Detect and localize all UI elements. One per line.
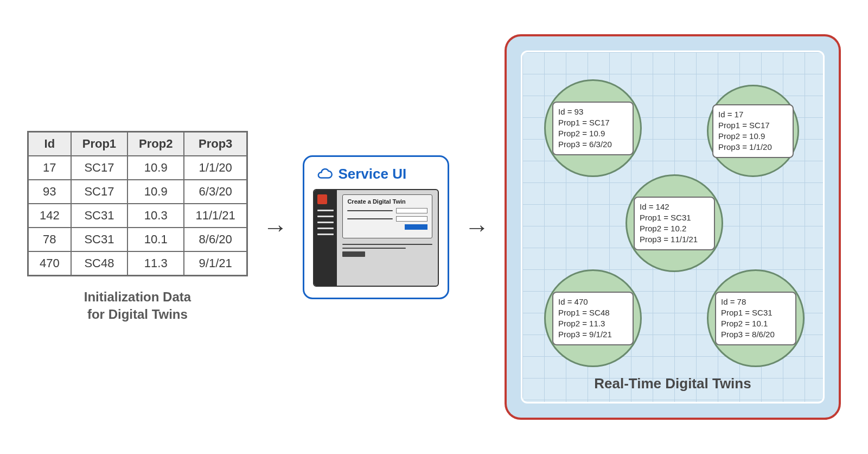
create-twin-panel-title: Create a Digital Twin [347,198,427,205]
app-logo-square [317,194,327,204]
table-cell: SC17 [71,156,127,180]
form-field [396,216,427,222]
table-row: 17SC1710.91/1/20 [28,156,247,180]
table-cell: 17 [28,156,71,180]
digital-twin-node: Id = 78Prop1 = SC31Prop2 = 10.1Prop3 = 8… [707,269,805,367]
form-submit-button [405,224,427,230]
table-cell: 9/1/21 [184,251,247,276]
th-prop1: Prop1 [71,131,127,156]
table-cell: SC17 [71,180,127,204]
table-cell: 142 [28,204,71,228]
th-prop2: Prop2 [127,131,184,156]
digital-twin-card: Id = 78Prop1 = SC31Prop2 = 10.1Prop3 = 8… [715,292,796,345]
form-action-button [342,251,365,257]
service-ui-main: Create a Digital Twin [337,190,438,286]
service-ui-sidebar [314,190,337,286]
service-ui-window: Create a Digital Twin [313,189,439,287]
initialization-table-block: Id Prop1 Prop2 Prop3 17SC1710.91/1/2093S… [27,131,248,324]
table-cell: 10.3 [127,204,184,228]
form-field [396,208,427,213]
table-cell: 11/1/21 [184,204,247,228]
service-ui-card: Service UI Create a Digital Twin [303,155,449,299]
table-cell: SC31 [71,204,127,228]
digital-twin-node: Id = 17Prop1 = SC17Prop2 = 10.9Prop3 = 1… [707,85,799,177]
digital-twin-card: Id = 17Prop1 = SC17Prop2 = 10.9Prop3 = 1… [712,104,794,158]
twins-grid: Real-Time Digital Twins Id = 93Prop1 = S… [521,51,825,403]
service-ui-details [342,244,432,257]
arrow-right-icon: → [464,212,489,242]
digital-twin-card: Id = 470Prop1 = SC48Prop2 = 11.3Prop3 = … [552,292,634,345]
digital-twin-card: Id = 93Prop1 = SC17Prop2 = 10.9Prop3 = 6… [552,102,634,155]
twins-caption: Real-Time Digital Twins [522,375,823,392]
table-cell: 6/3/20 [184,180,247,204]
table-caption-line2: for Digital Twins [84,306,191,323]
table-row: 470SC4811.39/1/21 [28,251,247,276]
table-cell: 8/6/20 [184,228,247,251]
table-row: 142SC3110.311/1/21 [28,204,247,228]
digital-twin-card: Id = 142Prop1 = SC31Prop2 = 10.2Prop3 = … [634,197,715,250]
th-prop3: Prop3 [184,131,247,156]
cloud-icon [316,166,333,182]
table-row: 93SC1710.96/3/20 [28,180,247,204]
initialization-data-table: Id Prop1 Prop2 Prop3 17SC1710.91/1/2093S… [27,131,248,276]
table-header-row: Id Prop1 Prop2 Prop3 [28,131,247,156]
table-cell: 10.1 [127,228,184,251]
table-cell: 10.9 [127,156,184,180]
service-ui-title: Service UI [338,166,406,182]
table-cell: 10.9 [127,180,184,204]
table-cell: 1/1/20 [184,156,247,180]
arrow-right-icon: → [263,212,288,242]
table-cell: 11.3 [127,251,184,276]
table-caption: Initialization Data for Digital Twins [84,288,191,324]
digital-twin-node: Id = 93Prop1 = SC17Prop2 = 10.9Prop3 = 6… [544,79,642,177]
digital-twin-node: Id = 142Prop1 = SC31Prop2 = 10.2Prop3 = … [626,174,723,272]
table-row: 78SC3110.18/6/20 [28,228,247,251]
th-id: Id [28,131,71,156]
realtime-twins-panel: Real-Time Digital Twins Id = 93Prop1 = S… [505,34,841,420]
table-cell: SC31 [71,228,127,251]
digital-twin-node: Id = 470Prop1 = SC48Prop2 = 11.3Prop3 = … [544,269,642,367]
table-caption-line1: Initialization Data [84,288,191,306]
create-twin-panel: Create a Digital Twin [342,194,432,238]
table-cell: SC48 [71,251,127,276]
table-cell: 78 [28,228,71,251]
table-cell: 470 [28,251,71,276]
table-cell: 93 [28,180,71,204]
